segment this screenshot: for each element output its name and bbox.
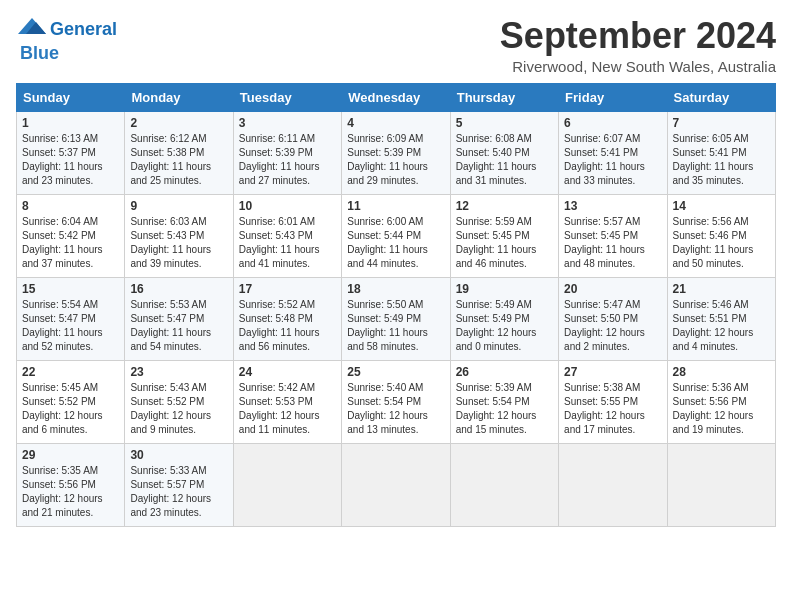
day-number: 7 [673,116,770,130]
day-info: Sunrise: 6:07 AMSunset: 5:41 PMDaylight:… [564,132,661,188]
calendar-cell: 4Sunrise: 6:09 AMSunset: 5:39 PMDaylight… [342,111,450,194]
day-info: Sunrise: 5:46 AMSunset: 5:51 PMDaylight:… [673,298,770,354]
day-info: Sunrise: 6:00 AMSunset: 5:44 PMDaylight:… [347,215,444,271]
day-info: Sunrise: 5:59 AMSunset: 5:45 PMDaylight:… [456,215,553,271]
week-row-5: 29Sunrise: 5:35 AMSunset: 5:56 PMDayligh… [17,443,776,526]
calendar-cell [342,443,450,526]
day-info: Sunrise: 5:33 AMSunset: 5:57 PMDaylight:… [130,464,227,520]
day-number: 12 [456,199,553,213]
day-info: Sunrise: 5:39 AMSunset: 5:54 PMDaylight:… [456,381,553,437]
calendar-cell: 12Sunrise: 5:59 AMSunset: 5:45 PMDayligh… [450,194,558,277]
calendar-cell [450,443,558,526]
day-info: Sunrise: 5:40 AMSunset: 5:54 PMDaylight:… [347,381,444,437]
calendar-cell [233,443,341,526]
calendar-cell: 10Sunrise: 6:01 AMSunset: 5:43 PMDayligh… [233,194,341,277]
day-info: Sunrise: 5:38 AMSunset: 5:55 PMDaylight:… [564,381,661,437]
day-info: Sunrise: 6:13 AMSunset: 5:37 PMDaylight:… [22,132,119,188]
day-info: Sunrise: 6:01 AMSunset: 5:43 PMDaylight:… [239,215,336,271]
day-number: 8 [22,199,119,213]
weekday-header-saturday: Saturday [667,83,775,111]
calendar-cell: 9Sunrise: 6:03 AMSunset: 5:43 PMDaylight… [125,194,233,277]
calendar-cell: 6Sunrise: 6:07 AMSunset: 5:41 PMDaylight… [559,111,667,194]
calendar-cell: 26Sunrise: 5:39 AMSunset: 5:54 PMDayligh… [450,360,558,443]
day-number: 6 [564,116,661,130]
day-number: 1 [22,116,119,130]
day-info: Sunrise: 5:56 AMSunset: 5:46 PMDaylight:… [673,215,770,271]
day-number: 15 [22,282,119,296]
calendar-cell: 30Sunrise: 5:33 AMSunset: 5:57 PMDayligh… [125,443,233,526]
calendar-cell: 17Sunrise: 5:52 AMSunset: 5:48 PMDayligh… [233,277,341,360]
week-row-4: 22Sunrise: 5:45 AMSunset: 5:52 PMDayligh… [17,360,776,443]
logo: General Blue [16,16,117,64]
day-number: 27 [564,365,661,379]
day-info: Sunrise: 5:53 AMSunset: 5:47 PMDaylight:… [130,298,227,354]
logo-icon [16,16,48,44]
day-number: 9 [130,199,227,213]
day-info: Sunrise: 5:36 AMSunset: 5:56 PMDaylight:… [673,381,770,437]
calendar-cell: 15Sunrise: 5:54 AMSunset: 5:47 PMDayligh… [17,277,125,360]
day-number: 29 [22,448,119,462]
logo-text: General [50,20,117,40]
day-number: 24 [239,365,336,379]
day-number: 17 [239,282,336,296]
day-number: 4 [347,116,444,130]
page-header: General Blue September 2024 Riverwood, N… [16,16,776,75]
week-row-3: 15Sunrise: 5:54 AMSunset: 5:47 PMDayligh… [17,277,776,360]
day-info: Sunrise: 5:49 AMSunset: 5:49 PMDaylight:… [456,298,553,354]
weekday-header-thursday: Thursday [450,83,558,111]
weekday-header-friday: Friday [559,83,667,111]
day-info: Sunrise: 5:57 AMSunset: 5:45 PMDaylight:… [564,215,661,271]
calendar-cell: 3Sunrise: 6:11 AMSunset: 5:39 PMDaylight… [233,111,341,194]
day-number: 22 [22,365,119,379]
calendar-cell: 7Sunrise: 6:05 AMSunset: 5:41 PMDaylight… [667,111,775,194]
day-info: Sunrise: 5:50 AMSunset: 5:49 PMDaylight:… [347,298,444,354]
calendar-cell: 21Sunrise: 5:46 AMSunset: 5:51 PMDayligh… [667,277,775,360]
day-number: 16 [130,282,227,296]
day-info: Sunrise: 5:43 AMSunset: 5:52 PMDaylight:… [130,381,227,437]
weekday-header-wednesday: Wednesday [342,83,450,111]
day-number: 25 [347,365,444,379]
calendar-cell: 19Sunrise: 5:49 AMSunset: 5:49 PMDayligh… [450,277,558,360]
day-info: Sunrise: 6:12 AMSunset: 5:38 PMDaylight:… [130,132,227,188]
calendar-cell [667,443,775,526]
calendar-cell: 27Sunrise: 5:38 AMSunset: 5:55 PMDayligh… [559,360,667,443]
calendar-cell: 23Sunrise: 5:43 AMSunset: 5:52 PMDayligh… [125,360,233,443]
day-number: 13 [564,199,661,213]
day-number: 18 [347,282,444,296]
day-number: 21 [673,282,770,296]
day-info: Sunrise: 5:45 AMSunset: 5:52 PMDaylight:… [22,381,119,437]
location: Riverwood, New South Wales, Australia [500,58,776,75]
weekday-header-monday: Monday [125,83,233,111]
calendar-cell: 28Sunrise: 5:36 AMSunset: 5:56 PMDayligh… [667,360,775,443]
day-number: 26 [456,365,553,379]
calendar-cell: 16Sunrise: 5:53 AMSunset: 5:47 PMDayligh… [125,277,233,360]
day-info: Sunrise: 6:11 AMSunset: 5:39 PMDaylight:… [239,132,336,188]
day-number: 30 [130,448,227,462]
day-info: Sunrise: 6:09 AMSunset: 5:39 PMDaylight:… [347,132,444,188]
month-title: September 2024 [500,16,776,56]
day-info: Sunrise: 6:04 AMSunset: 5:42 PMDaylight:… [22,215,119,271]
calendar-cell: 11Sunrise: 6:00 AMSunset: 5:44 PMDayligh… [342,194,450,277]
calendar-cell: 1Sunrise: 6:13 AMSunset: 5:37 PMDaylight… [17,111,125,194]
day-info: Sunrise: 5:35 AMSunset: 5:56 PMDaylight:… [22,464,119,520]
day-info: Sunrise: 5:42 AMSunset: 5:53 PMDaylight:… [239,381,336,437]
weekday-header-row: SundayMondayTuesdayWednesdayThursdayFrid… [17,83,776,111]
day-info: Sunrise: 6:03 AMSunset: 5:43 PMDaylight:… [130,215,227,271]
day-number: 23 [130,365,227,379]
day-number: 5 [456,116,553,130]
day-number: 2 [130,116,227,130]
day-number: 19 [456,282,553,296]
day-info: Sunrise: 6:08 AMSunset: 5:40 PMDaylight:… [456,132,553,188]
calendar-cell: 24Sunrise: 5:42 AMSunset: 5:53 PMDayligh… [233,360,341,443]
day-number: 20 [564,282,661,296]
day-number: 10 [239,199,336,213]
week-row-1: 1Sunrise: 6:13 AMSunset: 5:37 PMDaylight… [17,111,776,194]
calendar-cell: 18Sunrise: 5:50 AMSunset: 5:49 PMDayligh… [342,277,450,360]
day-info: Sunrise: 5:54 AMSunset: 5:47 PMDaylight:… [22,298,119,354]
day-number: 28 [673,365,770,379]
calendar-table: SundayMondayTuesdayWednesdayThursdayFrid… [16,83,776,527]
calendar-cell: 20Sunrise: 5:47 AMSunset: 5:50 PMDayligh… [559,277,667,360]
calendar-cell: 13Sunrise: 5:57 AMSunset: 5:45 PMDayligh… [559,194,667,277]
calendar-cell: 29Sunrise: 5:35 AMSunset: 5:56 PMDayligh… [17,443,125,526]
day-number: 14 [673,199,770,213]
